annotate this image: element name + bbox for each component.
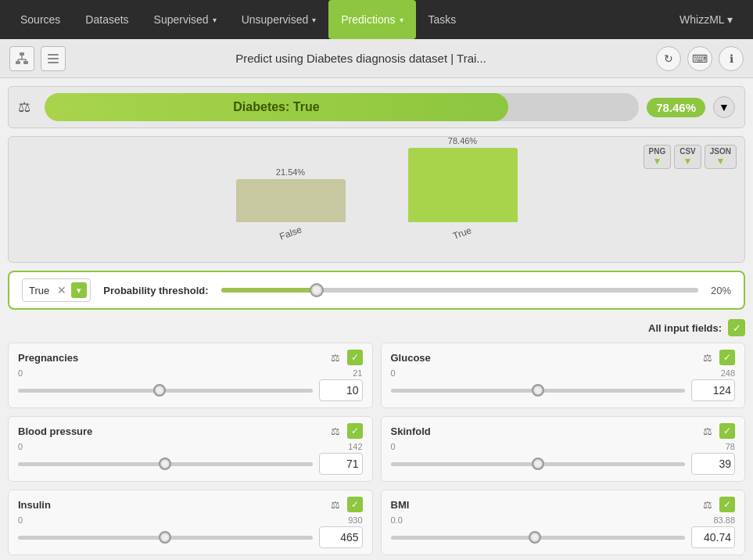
field-slider-row xyxy=(18,453,363,475)
code-btn[interactable]: ⌨ xyxy=(687,46,712,71)
nav-brand[interactable]: WhizzML ▾ xyxy=(667,0,745,39)
result-bar-fill: Diabetes: True xyxy=(45,93,508,121)
all-fields-check[interactable]: ✓ xyxy=(728,319,745,336)
field-card-insulin: Insulin ⚖ ✓ 0 930 xyxy=(8,490,373,555)
field-value-input[interactable] xyxy=(691,379,735,401)
field-slider-thumb[interactable] xyxy=(532,384,544,397)
field-header: Blood pressure ⚖ ✓ xyxy=(18,423,363,439)
info-btn[interactable]: ℹ xyxy=(719,46,744,71)
svg-rect-7 xyxy=(48,54,59,56)
unsupervised-caret-icon: ▾ xyxy=(312,16,316,24)
field-checkbox[interactable]: ✓ xyxy=(719,423,735,439)
threshold-percent: 20% xyxy=(711,285,731,296)
class-select[interactable]: True ✕ ▾ xyxy=(22,278,91,302)
true-bar-group: 78.46% True xyxy=(408,136,518,239)
nav-unsupervised[interactable]: Unsupervised ▾ xyxy=(229,0,329,39)
field-icons: ⚖ ✓ xyxy=(700,423,735,439)
scale-small-icon[interactable]: ⚖ xyxy=(328,350,343,365)
false-bar-label-bottom: False xyxy=(278,224,303,242)
field-slider-thumb[interactable] xyxy=(532,458,544,470)
field-header: Glucose ⚖ ✓ xyxy=(391,350,736,365)
result-toggle-btn[interactable]: ▼ xyxy=(713,96,735,118)
false-bar-label-top: 21.54% xyxy=(276,167,305,177)
supervised-caret-icon: ▾ xyxy=(213,16,217,24)
field-slider-track[interactable] xyxy=(18,536,313,540)
field-max: 248 xyxy=(721,368,735,378)
field-checkbox[interactable]: ✓ xyxy=(347,350,363,365)
nav-predictions[interactable]: Predictions ▾ xyxy=(328,0,415,39)
field-checkbox[interactable]: ✓ xyxy=(347,497,363,512)
scale-small-icon[interactable]: ⚖ xyxy=(328,497,343,512)
chart-bars: 21.54% False 78.46% True xyxy=(24,145,729,246)
field-icons: ⚖ ✓ xyxy=(328,350,363,365)
field-value-input[interactable] xyxy=(691,453,735,475)
svg-rect-1 xyxy=(16,61,20,64)
slider-fill xyxy=(221,288,317,293)
field-range: 0 142 xyxy=(18,442,363,451)
field-header: Pregnancies ⚖ ✓ xyxy=(18,350,363,365)
field-icons: ⚖ ✓ xyxy=(700,350,735,365)
field-slider-track[interactable] xyxy=(18,389,313,393)
field-range: 0.0 83.88 xyxy=(391,515,736,525)
field-range: 0 930 xyxy=(18,515,363,525)
scale-small-icon[interactable]: ⚖ xyxy=(328,423,343,439)
field-checkbox[interactable]: ✓ xyxy=(719,497,735,512)
field-header: Insulin ⚖ ✓ xyxy=(18,497,363,512)
nav-datasets[interactable]: Datasets xyxy=(73,0,141,39)
field-slider-thumb[interactable] xyxy=(159,458,171,470)
field-name: Blood pressure xyxy=(18,425,92,437)
tree-icon[interactable] xyxy=(9,46,34,71)
field-checkbox[interactable]: ✓ xyxy=(347,423,363,439)
threshold-row: True ✕ ▾ Probability threshold: 20% xyxy=(8,271,745,310)
false-bar-group: 21.54% False xyxy=(236,167,346,239)
field-min: 0 xyxy=(18,515,23,525)
field-slider-row xyxy=(18,379,363,401)
true-bar xyxy=(408,148,518,222)
field-slider-track[interactable] xyxy=(391,462,686,466)
field-card-pregnancies: Pregnancies ⚖ ✓ 0 21 xyxy=(8,343,373,408)
code-icon: ⌨ xyxy=(692,52,708,65)
field-range: 0 21 xyxy=(18,368,363,378)
scale-small-icon[interactable]: ⚖ xyxy=(700,350,715,365)
info-icon: ℹ xyxy=(730,52,733,65)
field-name: Insulin xyxy=(18,499,51,511)
field-max: 78 xyxy=(726,442,735,451)
field-slider-thumb[interactable] xyxy=(159,531,171,544)
all-fields-label: All input fields: xyxy=(648,322,722,334)
field-header: Skinfold ⚖ ✓ xyxy=(391,423,736,439)
scale-small-icon[interactable]: ⚖ xyxy=(700,497,715,512)
field-card-glucose: Glucose ⚖ ✓ 0 248 xyxy=(381,343,746,408)
slider-thumb[interactable] xyxy=(310,283,324,297)
nav-sources[interactable]: Sources xyxy=(8,0,73,39)
field-min: 0 xyxy=(391,368,396,378)
field-min: 0 xyxy=(18,442,23,451)
list-icon[interactable] xyxy=(41,46,66,71)
select-value: True xyxy=(26,285,52,296)
field-value-input[interactable] xyxy=(691,526,735,548)
scale-small-icon[interactable]: ⚖ xyxy=(700,423,715,439)
field-slider-thumb[interactable] xyxy=(529,531,541,544)
caret-down-icon: ▾ xyxy=(77,285,81,296)
false-bar xyxy=(236,179,346,222)
nav-tasks[interactable]: Tasks xyxy=(416,0,469,39)
field-value-input[interactable] xyxy=(319,379,363,401)
threshold-slider[interactable] xyxy=(221,282,698,298)
field-slider-row xyxy=(391,526,736,548)
field-slider-row xyxy=(18,526,363,548)
field-name: BMI xyxy=(391,499,410,511)
field-min: 0.0 xyxy=(391,515,403,525)
field-slider-thumb[interactable] xyxy=(153,384,166,397)
refresh-btn[interactable]: ↻ xyxy=(656,46,681,71)
field-icons: ⚖ ✓ xyxy=(328,423,363,439)
all-fields-row: All input fields: ✓ xyxy=(8,319,745,336)
field-value-input[interactable] xyxy=(319,526,363,548)
field-slider-track[interactable] xyxy=(391,536,686,540)
navbar: Sources Datasets Supervised ▾ Unsupervis… xyxy=(0,0,753,39)
field-checkbox[interactable]: ✓ xyxy=(719,350,735,365)
field-slider-track[interactable] xyxy=(18,462,313,466)
nav-supervised[interactable]: Supervised ▾ xyxy=(142,0,229,39)
field-slider-track[interactable] xyxy=(391,389,686,393)
field-value-input[interactable] xyxy=(319,453,363,475)
select-caret-btn[interactable]: ▾ xyxy=(71,282,87,298)
select-clear-btn[interactable]: ✕ xyxy=(56,284,68,296)
